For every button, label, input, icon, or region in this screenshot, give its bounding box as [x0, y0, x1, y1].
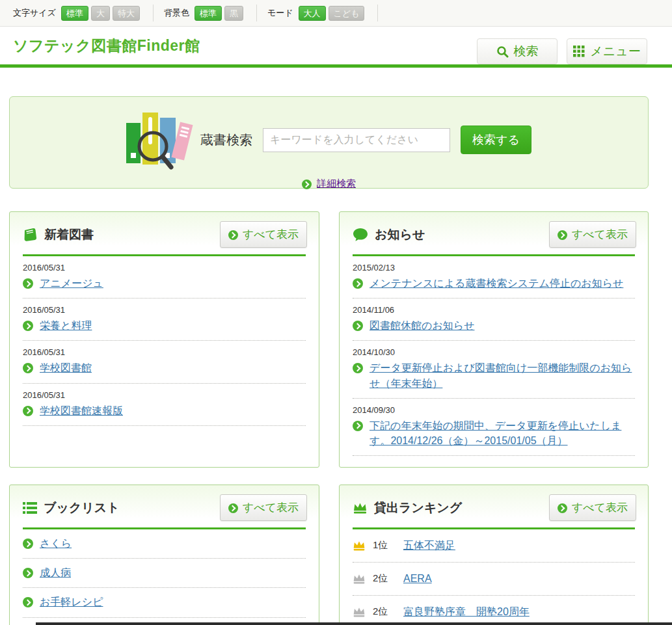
news-link[interactable]: メンテナンスによる蔵書検索システム停止のお知らせ [370, 276, 623, 291]
circle-arrow-icon [23, 278, 33, 289]
ranking-show-all-button[interactable]: すべて表示 [549, 494, 636, 521]
crown-icon [353, 501, 368, 514]
panels-grid: 新着図書 すべて表示 2016/05/31 アニメージュ 2016/05/31 … [9, 211, 663, 625]
ranking-link[interactable]: 富良野塾序章 開塾20周年 [403, 604, 530, 619]
header-search-label: 検索 [514, 43, 539, 60]
ranking-link[interactable]: AERA [403, 571, 432, 586]
site-header: ソフテック図書館Finder館 検索 メニュー [0, 27, 672, 64]
ranking-title: 貸出ランキング [374, 499, 462, 516]
mode-adult-button[interactable]: 大人 [299, 6, 326, 21]
news-link[interactable]: 下記の年末年始の期間中、データ更新を停止いたします。2014/12/26（金）～… [370, 418, 635, 448]
item-date: 2016/05/31 [23, 347, 306, 357]
bg-color-group: 背景色 標準 黒 [154, 5, 257, 21]
font-size-standard-button[interactable]: 標準 [61, 6, 88, 21]
main-content: 蔵書検索 検索する 詳細検索 新着図書 すべて表示 [0, 96, 672, 625]
circle-arrow-icon [558, 503, 567, 513]
new-book-link[interactable]: 学校図書館速報版 [40, 403, 123, 418]
news-panel: お知らせ すべて表示 2015/02/13 メンテナンスによる蔵書検索システム停… [339, 211, 649, 468]
booklist-show-all-button[interactable]: すべて表示 [220, 494, 307, 521]
font-size-xlarge-button[interactable]: 特大 [113, 6, 140, 21]
list-item: 2位 富良野塾序章 開塾20周年 [353, 596, 635, 625]
rank-label: 2位 [373, 572, 396, 585]
header-accent-bar [0, 64, 672, 68]
circle-arrow-icon [302, 180, 312, 189]
circle-arrow-icon [23, 597, 33, 607]
font-size-large-button[interactable]: 大 [91, 6, 110, 21]
booklist-link[interactable]: お手軽レシピ [40, 594, 103, 609]
font-size-label: 文字サイズ [13, 7, 56, 19]
new-book-link[interactable]: 栄養と料理 [40, 318, 92, 333]
mode-kids-button[interactable]: こども [329, 6, 365, 21]
circle-arrow-icon [23, 539, 33, 549]
new-book-link[interactable]: アニメージュ [40, 276, 103, 291]
booklist-panel: ブックリスト すべて表示 さくら 成人病 お手軽レシピ [9, 485, 319, 625]
site-title: ソフテック図書館Finder館 [13, 36, 200, 64]
list-item: 成人病 [23, 559, 306, 588]
news-show-all-button[interactable]: すべて表示 [549, 221, 636, 248]
grid-menu-icon [573, 46, 585, 57]
crown-gold-icon [353, 540, 366, 551]
list-item: 2014/10/30 データ更新停止および図書館向け一部機能制限のお知らせ（年末… [353, 341, 635, 398]
bg-color-black-button[interactable]: 黒 [224, 6, 243, 21]
bottom-window-edge [36, 622, 672, 625]
rank-label: 1位 [373, 539, 396, 552]
item-date: 2015/02/13 [353, 263, 635, 273]
item-date: 2016/05/31 [23, 390, 306, 400]
circle-arrow-icon [353, 321, 363, 331]
search-icon [496, 46, 509, 58]
news-link[interactable]: 図書館休館のお知らせ [370, 318, 475, 333]
list-item: 2016/05/31 アニメージュ [23, 256, 306, 299]
keyword-input[interactable] [263, 128, 450, 152]
mode-label: モード [267, 7, 293, 19]
advanced-search-link[interactable]: 詳細検索 [317, 178, 356, 190]
circle-arrow-icon [353, 363, 363, 373]
news-title: お知らせ [375, 226, 425, 243]
list-item: 2015/02/13 メンテナンスによる蔵書検索システム停止のお知らせ [353, 256, 635, 299]
accessibility-bar: 文字サイズ 標準 大 特大 背景色 標準 黒 モード 大人 こども [0, 0, 672, 27]
circle-arrow-icon [228, 230, 238, 240]
new-books-show-all-button[interactable]: すべて表示 [220, 221, 307, 248]
magnifier-icon [135, 129, 176, 172]
list-item: 2位 AERA [353, 563, 635, 596]
font-size-group: 文字サイズ 標準 大 特大 [13, 5, 154, 21]
booklist-title: ブックリスト [44, 499, 120, 516]
circle-arrow-icon [353, 421, 363, 431]
rank-label: 2位 [373, 605, 396, 618]
catalog-search-box: 蔵書検索 検索する 詳細検索 [9, 96, 649, 189]
header-menu-label: メニュー [590, 43, 640, 60]
list-item: 1位 五体不満足 [353, 529, 635, 563]
booklist-link[interactable]: 成人病 [40, 565, 71, 580]
search-submit-button[interactable]: 検索する [461, 126, 531, 154]
crown-silver-icon [353, 573, 366, 584]
list-item: さくら [23, 529, 306, 559]
booklist-link[interactable]: さくら [40, 536, 72, 551]
header-buttons: 検索 メニュー [477, 38, 647, 64]
list-item: 2016/05/31 栄養と料理 [23, 299, 306, 341]
item-date: 2014/11/06 [353, 305, 635, 315]
circle-arrow-icon [228, 503, 238, 513]
catalog-search-label: 蔵書検索 [200, 131, 252, 149]
bg-color-standard-button[interactable]: 標準 [195, 6, 222, 21]
item-date: 2014/10/30 [353, 347, 635, 357]
mode-group: モード 大人 こども [257, 5, 379, 21]
ranking-link[interactable]: 五体不満足 [403, 538, 455, 553]
list-item: 2016/05/31 学校図書館 [23, 341, 306, 383]
list-item: 2016/05/31 学校図書館速報版 [23, 384, 306, 426]
news-link[interactable]: データ更新停止および図書館向け一部機能制限のお知らせ（年末年始） [370, 360, 635, 390]
list-item: お手軽レシピ [23, 588, 306, 617]
list-item: 2014/11/06 図書館休館のお知らせ [353, 299, 635, 341]
item-date: 2016/05/31 [23, 263, 306, 273]
list-icon [23, 502, 37, 514]
circle-arrow-icon [23, 363, 33, 373]
header-search-button[interactable]: 検索 [477, 38, 558, 64]
circle-arrow-icon [558, 230, 567, 240]
new-books-title: 新着図書 [44, 226, 94, 243]
book-icon [23, 228, 38, 241]
header-menu-button[interactable]: メニュー [567, 38, 647, 64]
item-date: 2016/05/31 [23, 305, 306, 315]
item-date: 2014/09/30 [353, 405, 635, 415]
new-books-panel: 新着図書 すべて表示 2016/05/31 アニメージュ 2016/05/31 … [9, 211, 319, 468]
circle-arrow-icon [353, 278, 363, 289]
new-book-link[interactable]: 学校図書館 [40, 360, 92, 375]
ranking-panel: 貸出ランキング すべて表示 1位 五体不満足 [339, 485, 649, 625]
